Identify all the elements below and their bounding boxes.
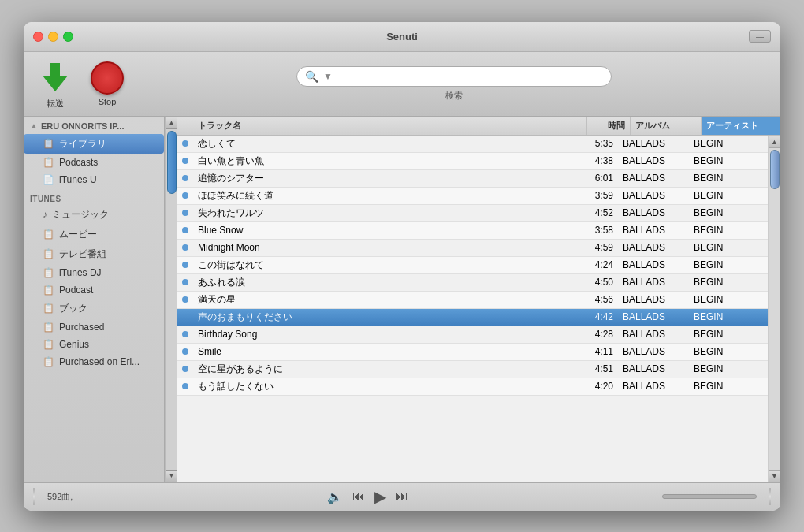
- track-time: 4:20: [575, 379, 618, 393]
- next-icon: ⏭: [396, 489, 408, 504]
- track-time: 5:35: [575, 136, 618, 151]
- track-time: 4:38: [575, 154, 618, 168]
- sidebar-item-podcast[interactable]: 📋 Podcast: [24, 281, 164, 299]
- track-time: 4:59: [575, 240, 618, 255]
- next-button[interactable]: ⏭: [396, 489, 408, 504]
- search-input[interactable]: [341, 70, 603, 82]
- sidebar-item-podcasts-label: Podcasts: [59, 157, 98, 168]
- sidebar-item-books[interactable]: 📋 ブック: [24, 299, 164, 318]
- track-album: BALLADS: [618, 275, 689, 289]
- table-row[interactable]: ほほ笑みに続く道 3:59 BALLADS BEGIN: [177, 188, 768, 205]
- minimize-button[interactable]: [48, 32, 58, 42]
- maximize-button[interactable]: [63, 32, 73, 42]
- progress-bar[interactable]: [662, 494, 757, 499]
- track-album: BALLADS: [618, 310, 689, 324]
- sidebar-item-books-label: ブック: [59, 302, 87, 315]
- track-dot: [182, 210, 188, 216]
- sidebar-item-purchased[interactable]: 📋 Purchased: [24, 318, 164, 336]
- sidebar-item-music[interactable]: ♪ ミュージック: [24, 205, 164, 225]
- table-row[interactable]: 追憶のシアター 6:01 BALLADS BEGIN: [177, 170, 768, 188]
- track-name: Birthday Song: [193, 327, 575, 341]
- sidebar-item-itunes-dj[interactable]: 📋 iTunes DJ: [24, 264, 164, 281]
- track-dot: [182, 262, 188, 268]
- table-row[interactable]: Birthday Song 4:28 BALLADS BEGIN: [177, 326, 768, 344]
- play-button[interactable]: ▶: [374, 487, 386, 506]
- transfer-button[interactable]: 転送: [36, 58, 74, 110]
- sidebar-item-itunes-u-label: iTunes U: [59, 174, 97, 185]
- track-dot: [182, 296, 188, 303]
- track-album: BALLADS: [618, 136, 689, 151]
- sidebar-scroll-up-arrow[interactable]: ▲: [166, 117, 178, 129]
- prev-button[interactable]: ⏮: [352, 489, 365, 504]
- library-icon: 📋: [43, 138, 54, 149]
- track-dot: [182, 192, 188, 199]
- track-album: BALLADS: [618, 240, 689, 255]
- sidebar-item-library[interactable]: 📋 ライブラリ: [24, 134, 164, 154]
- table-row[interactable]: この街はなれて 4:24 BALLADS BEGIN: [177, 257, 768, 274]
- stop-button[interactable]: Stop: [90, 61, 125, 106]
- sidebar-item-purchased-eri[interactable]: 📋 Purchased on Eri...: [24, 353, 164, 370]
- track-dot: [182, 383, 188, 389]
- track-dot: [182, 244, 188, 251]
- table-row[interactable]: Blue Snow 3:58 BALLADS BEGIN: [177, 222, 768, 240]
- table-row[interactable]: 白い魚と青い魚 4:38 BALLADS BEGIN: [177, 153, 768, 170]
- sidebar-item-movies[interactable]: 📋 ムービー: [24, 225, 164, 244]
- table-row[interactable]: 失われたワルツ 4:52 BALLADS BEGIN: [177, 205, 768, 222]
- track-artist: BEGIN: [689, 188, 768, 203]
- table-row[interactable]: Smile 4:11 BALLADS BEGIN: [177, 344, 768, 361]
- track-artist: BEGIN: [689, 223, 768, 237]
- close-button[interactable]: [33, 32, 43, 42]
- sidebar-item-itunes-u[interactable]: 📄 iTunes U: [24, 171, 164, 188]
- track-name: 空に星があるように: [193, 361, 575, 378]
- volume-icon: 🔈: [327, 489, 343, 504]
- track-artist: BEGIN: [689, 292, 768, 307]
- search-label: 検索: [445, 90, 463, 102]
- track-name: Smile: [193, 344, 575, 359]
- window-title: Senuti: [386, 31, 418, 43]
- purchased-icon: 📋: [43, 322, 54, 333]
- table-row[interactable]: 声のおまもりください 4:42 BALLADS BEGIN: [177, 309, 768, 326]
- itunes-section-header: ITUNES: [24, 188, 164, 205]
- transfer-icon: [36, 58, 74, 96]
- table-scroll-down-arrow[interactable]: ▼: [769, 470, 781, 482]
- table-row[interactable]: 恋しくて 5:35 BALLADS BEGIN: [177, 136, 768, 153]
- sidebar-scroll-down-arrow[interactable]: ▼: [166, 470, 178, 482]
- table-row[interactable]: Midnight Moon 4:59 BALLADS BEGIN: [177, 240, 768, 257]
- podcast-icon: 📋: [43, 285, 54, 296]
- track-artist: BEGIN: [689, 344, 768, 359]
- table-row[interactable]: 空に星があるように 4:51 BALLADS BEGIN: [177, 361, 768, 378]
- itunes-u-icon: 📄: [43, 174, 54, 185]
- track-artist: BEGIN: [689, 327, 768, 341]
- track-dot: [182, 158, 188, 164]
- table-row[interactable]: もう話したくない 4:20 BALLADS BEGIN: [177, 378, 768, 396]
- track-album: BALLADS: [618, 327, 689, 341]
- sidebar-item-tv[interactable]: 📋 テレビ番組: [24, 244, 164, 264]
- track-album: BALLADS: [618, 258, 689, 272]
- table-header: トラック名 時間 アルバム アーティスト: [177, 117, 780, 136]
- col-header-name: トラック名: [193, 117, 587, 135]
- track-time: 4:50: [575, 275, 618, 289]
- sidebar-item-podcasts[interactable]: 📋 Podcasts: [24, 154, 164, 171]
- track-artist: BEGIN: [689, 154, 768, 168]
- track-album: BALLADS: [618, 379, 689, 393]
- genius-icon: 📋: [43, 339, 54, 350]
- table-row[interactable]: あふれる涙 4:50 BALLADS BEGIN: [177, 274, 768, 292]
- transfer-label: 転送: [47, 98, 64, 110]
- track-name: 満天の星: [193, 292, 575, 308]
- sidebar-device-header: ▲ ERU ONNORITS IP...: [24, 117, 164, 134]
- track-album: BALLADS: [618, 188, 689, 203]
- sidebar-item-purchased-label: Purchased: [59, 322, 104, 333]
- volume-button[interactable]: 🔈: [327, 489, 343, 504]
- sidebar-item-genius[interactable]: 📋 Genius: [24, 336, 164, 353]
- traffic-lights: [33, 32, 73, 42]
- titlebar: Senuti —: [24, 22, 780, 52]
- track-album: BALLADS: [618, 223, 689, 237]
- track-artist: BEGIN: [689, 171, 768, 185]
- table-scroll-up-arrow[interactable]: ▲: [769, 136, 781, 148]
- table-row[interactable]: 満天の星 4:56 BALLADS BEGIN: [177, 292, 768, 309]
- main-content: ▲ ERU ONNORITS IP... 📋 ライブラリ 📋 Podcasts …: [24, 117, 780, 482]
- main-window: Senuti — 転送 Stop 🔍 ▼: [24, 22, 780, 511]
- search-area: 🔍 ▼ 検索: [140, 66, 768, 102]
- collapse-button[interactable]: —: [749, 30, 771, 43]
- track-dot: [182, 279, 188, 285]
